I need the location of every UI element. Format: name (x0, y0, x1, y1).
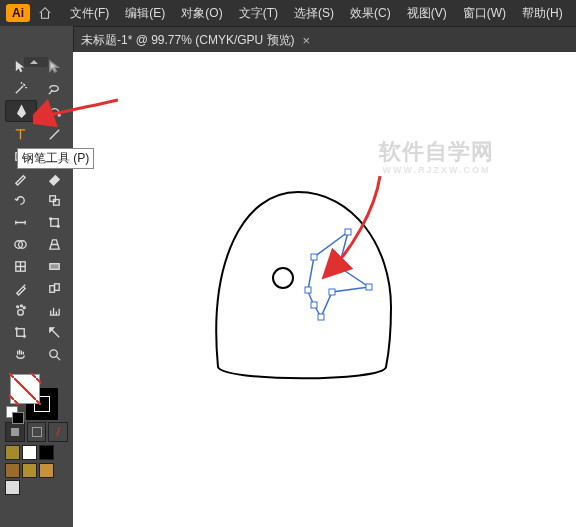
rotate-tool[interactable] (5, 190, 35, 210)
artwork[interactable] (73, 52, 576, 527)
color-cell[interactable] (39, 445, 54, 460)
shape-builder-tool[interactable] (5, 234, 35, 254)
free-transform-tool[interactable] (39, 212, 69, 232)
draw-normal-icon[interactable] (5, 422, 25, 442)
fill-stroke-swatch[interactable] (4, 372, 69, 418)
graph-tool[interactable] (39, 300, 69, 320)
anchor-point[interactable] (318, 314, 324, 320)
pen-tool[interactable] (5, 100, 37, 122)
curvature-tool[interactable] (39, 100, 69, 120)
menu-window[interactable]: 窗口(W) (455, 0, 514, 26)
fill-swatch[interactable] (10, 374, 40, 404)
app-logo: Ai (6, 4, 30, 22)
magic-wand-tool[interactable] (5, 78, 35, 98)
svg-point-14 (20, 304, 22, 306)
svg-rect-16 (16, 328, 24, 336)
svg-point-17 (49, 349, 57, 357)
symbol-sprayer-tool[interactable] (5, 300, 35, 320)
menu-help[interactable]: 帮助(H) (514, 0, 571, 26)
draw-inside-icon[interactable]: / (48, 422, 68, 442)
color-cell[interactable] (5, 445, 20, 460)
svg-rect-11 (54, 283, 59, 290)
tools-panel: / (0, 26, 74, 527)
svg-rect-9 (49, 263, 58, 269)
collapse-icon[interactable] (24, 57, 48, 67)
shaper-tool[interactable] (5, 168, 35, 188)
line-tool[interactable] (39, 124, 69, 144)
home-icon[interactable] (36, 4, 54, 22)
watermark-line1: 软件自学网 (379, 137, 494, 167)
type-tool[interactable] (5, 124, 35, 144)
document-tab[interactable]: 未标题-1* @ 99.77% (CMYK/GPU 预览) × (73, 27, 318, 53)
color-swatch-row (5, 445, 68, 460)
menu-type[interactable]: 文字(T) (231, 0, 286, 26)
menu-object[interactable]: 对象(O) (173, 0, 230, 26)
blend-tool[interactable] (39, 278, 69, 298)
shape-bell-body[interactable] (216, 192, 391, 378)
close-icon[interactable]: × (303, 33, 311, 48)
eyedropper-tool[interactable] (5, 278, 35, 298)
document-tab-bar: 未标题-1* @ 99.77% (CMYK/GPU 预览) × (73, 27, 576, 54)
svg-point-13 (16, 305, 18, 307)
svg-rect-10 (49, 285, 54, 292)
anchor-point[interactable] (336, 264, 342, 270)
width-tool[interactable] (5, 212, 35, 232)
perspective-tool[interactable] (39, 234, 69, 254)
zoom-tool[interactable] (39, 344, 69, 364)
mode-cell[interactable] (22, 463, 37, 478)
lasso-tool[interactable] (39, 78, 69, 98)
watermark: 软件自学网 WWW.RJZXW.COM (379, 137, 494, 175)
eraser-tool[interactable] (39, 168, 69, 188)
scale-tool[interactable] (39, 190, 69, 210)
color-cell[interactable] (22, 445, 37, 460)
svg-rect-2 (53, 199, 59, 205)
mesh-tool[interactable] (5, 256, 35, 276)
hand-tool[interactable] (5, 344, 35, 364)
anchor-point[interactable] (366, 284, 372, 290)
menu-bar: Ai 文件(F) 编辑(E) 对象(O) 文字(T) 选择(S) 效果(C) 视… (0, 0, 576, 27)
draw-behind-icon[interactable] (27, 422, 47, 442)
menu-edit[interactable]: 编辑(E) (117, 0, 173, 26)
canvas[interactable]: 软件自学网 WWW.RJZXW.COM (73, 52, 576, 527)
menu-view[interactable]: 视图(V) (399, 0, 455, 26)
artboard-tool[interactable] (5, 322, 35, 342)
document-tab-title: 未标题-1* @ 99.77% (CMYK/GPU 预览) (81, 32, 295, 49)
menu-file[interactable]: 文件(F) (62, 0, 117, 26)
svg-point-12 (17, 309, 23, 315)
svg-rect-1 (49, 195, 55, 201)
anchor-point[interactable] (311, 302, 317, 308)
mode-cell[interactable] (5, 463, 20, 478)
anchor-point[interactable] (345, 229, 351, 235)
watermark-line2: WWW.RJZXW.COM (379, 165, 494, 175)
anchor-point[interactable] (311, 254, 317, 260)
anchor-point[interactable] (305, 287, 311, 293)
gradient-tool[interactable] (39, 256, 69, 276)
screen-mode-row (5, 463, 68, 495)
shape-bell-eye[interactable] (273, 268, 293, 288)
mode-cell[interactable] (5, 480, 20, 495)
anchor-point[interactable] (329, 289, 335, 295)
mode-cell[interactable] (39, 463, 54, 478)
svg-point-15 (23, 306, 25, 308)
menu-select[interactable]: 选择(S) (286, 0, 342, 26)
default-swatch-icon-2[interactable] (12, 412, 24, 424)
draw-mode-row: / (5, 422, 68, 442)
pen-tool-tooltip: 钢笔工具 (P) (17, 148, 94, 169)
slice-tool[interactable] (39, 322, 69, 342)
menu-effect[interactable]: 效果(C) (342, 0, 399, 26)
